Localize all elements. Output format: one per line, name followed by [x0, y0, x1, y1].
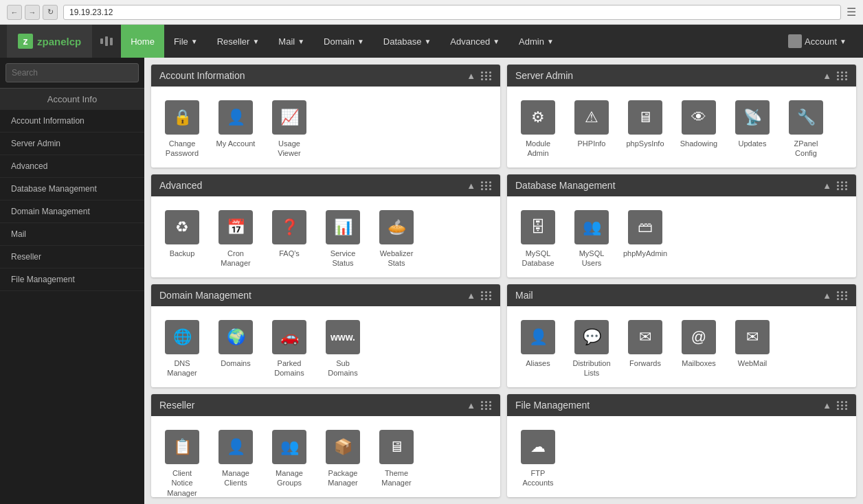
grid-icon[interactable] — [837, 291, 848, 300]
module-theme-manager[interactable]: 🖥 Theme Manager — [372, 427, 421, 497]
module-webmail[interactable]: ✉ WebMail — [728, 317, 776, 381]
grid-icon[interactable] — [481, 71, 492, 80]
sidebar-item-domain-mgmt[interactable]: Domain Management — [0, 201, 144, 223]
panel-server-admin-body: ⚙ Module Admin ⚠ PHPInfo 🖥 phpSysInfo 👁 … — [507, 87, 856, 168]
panel-domain-mgmt-controls[interactable]: ▲ — [467, 290, 492, 301]
at-icon: @ — [682, 320, 716, 354]
nav-advanced[interactable]: Advanced ▼ — [440, 25, 509, 58]
module-phpinfo[interactable]: ⚠ PHPInfo — [568, 98, 616, 161]
module-phpmyadmin[interactable]: 🗃 phpMyAdmin — [621, 207, 669, 271]
nav-reseller[interactable]: Reseller ▼ — [208, 25, 269, 58]
module-cron-manager[interactable]: 📅 Cron Manager — [212, 207, 260, 271]
browser-nav-controls[interactable]: ← → ↻ — [7, 5, 58, 20]
collapse-icon[interactable]: ▲ — [822, 181, 831, 191]
module-updates[interactable]: 📡 Updates — [728, 98, 776, 161]
grid-icon[interactable] — [837, 181, 848, 190]
collapse-icon[interactable]: ▲ — [822, 290, 831, 301]
main-layout: Account Info Account Information Server … — [0, 58, 863, 504]
module-mailboxes[interactable]: @ Mailboxes — [675, 317, 723, 381]
module-manage-groups[interactable]: 👥 Manage Groups — [265, 427, 313, 497]
search-input[interactable] — [5, 63, 139, 82]
sidebar-item-file-mgmt[interactable]: File Management — [0, 268, 144, 291]
theme-manager-label: Theme Manager — [375, 468, 418, 488]
module-parked-domains[interactable]: 🚗 Parked Domains — [265, 317, 313, 381]
panel-mail-title: Mail — [515, 290, 533, 301]
module-my-account[interactable]: 👤 My Account — [212, 98, 260, 161]
nav-home[interactable]: Home — [121, 25, 164, 58]
module-usage-viewer[interactable]: 📈 Usage Viewer — [265, 98, 313, 161]
refresh-button[interactable]: ↻ — [43, 5, 58, 20]
module-ftp-accounts[interactable]: ☁ FTP Accounts — [514, 427, 562, 491]
panel-file-mgmt-controls[interactable]: ▲ — [822, 400, 848, 411]
nav-database[interactable]: Database ▼ — [374, 25, 441, 58]
panel-account-info-controls[interactable]: ▲ — [467, 71, 492, 81]
module-domains[interactable]: 🌍 Domains — [212, 317, 260, 381]
module-dns-manager[interactable]: 🌐 DNS Manager — [158, 317, 206, 381]
grid-icon[interactable] — [481, 291, 492, 300]
sidebar-item-database-mgmt[interactable]: Database Management — [0, 178, 144, 201]
module-shadowing[interactable]: 👁 Shadowing — [675, 98, 723, 161]
sidebar-item-advanced[interactable]: Advanced — [0, 155, 144, 178]
collapse-icon[interactable]: ▲ — [467, 71, 475, 81]
module-zpanel-news[interactable]: 📰 ZPanel News — [514, 167, 562, 168]
sidebar: Account Info Account Information Server … — [0, 58, 144, 504]
nav-mail[interactable]: Mail ▼ — [269, 25, 314, 58]
panel-server-admin-controls[interactable]: ▲ — [822, 71, 848, 81]
panel-mail-controls[interactable]: ▲ — [822, 290, 848, 301]
nav-file-label: File — [174, 36, 188, 47]
users-icon: 👥 — [574, 210, 609, 244]
module-client-notice-manager[interactable]: 📋 Client Notice Manager — [158, 427, 206, 497]
backup-label: Backup — [170, 249, 195, 258]
grid-icon[interactable] — [837, 401, 848, 410]
grid-icon[interactable] — [481, 181, 492, 190]
collapse-icon[interactable]: ▲ — [467, 290, 475, 301]
module-aliases[interactable]: 👤 Aliases — [514, 317, 562, 381]
panel-advanced-controls[interactable]: ▲ — [467, 181, 492, 191]
module-phpsysinfo[interactable]: 🖥 phpSysInfo — [621, 98, 669, 161]
collapse-icon[interactable]: ▲ — [822, 71, 831, 81]
collapse-icon[interactable]: ▲ — [467, 181, 475, 191]
logo[interactable]: z zpanelcp — [7, 25, 92, 58]
module-service-status[interactable]: 📊 Service Status — [319, 207, 367, 271]
module-faqs[interactable]: ❓ FAQ's — [265, 207, 313, 271]
theme-icon: 🖥 — [379, 430, 414, 464]
chat-icon: 💬 — [574, 320, 609, 354]
panel-mail-header: Mail ▲ — [507, 284, 856, 306]
module-sub-domains[interactable]: www. Sub Domains — [319, 317, 367, 381]
sidebar-item-account-info[interactable]: Account Information — [0, 110, 144, 133]
module-zpanel-config[interactable]: 🔧 ZPanel Config — [782, 98, 830, 161]
collapse-icon[interactable]: ▲ — [822, 400, 831, 411]
grid-icon[interactable] — [837, 71, 848, 80]
sub-domains-label: Sub Domains — [322, 358, 364, 378]
module-module-admin[interactable]: ⚙ Module Admin — [514, 98, 562, 161]
globe-icon: 🌐 — [165, 320, 199, 354]
address-bar[interactable] — [63, 5, 841, 20]
module-forwards[interactable]: ✉ Forwards — [621, 317, 669, 381]
sidebar-item-server-admin[interactable]: Server Admin — [0, 133, 144, 155]
sidebar-item-reseller[interactable]: Reseller — [0, 246, 144, 268]
module-manage-clients[interactable]: 👤 Manage Clients — [212, 427, 260, 497]
nav-domain[interactable]: Domain ▼ — [314, 25, 374, 58]
module-admin-label: Module Admin — [517, 139, 559, 159]
service-status-label: Service Status — [322, 249, 364, 268]
module-change-password[interactable]: 🔒 Change Password — [158, 98, 206, 161]
module-mysql-users[interactable]: 👥 MySQL Users — [568, 207, 616, 271]
module-mysql-database[interactable]: 🗄 MySQL Database — [514, 207, 562, 271]
module-package-manager[interactable]: 📦 Package Manager — [319, 427, 367, 497]
notice-icon: 📋 — [165, 430, 199, 464]
grid-icon[interactable] — [481, 401, 492, 410]
logo-z-icon: z — [18, 34, 33, 49]
nav-account[interactable]: Account ▼ — [778, 25, 856, 58]
collapse-icon[interactable]: ▲ — [467, 400, 475, 411]
forward-button[interactable]: → — [25, 5, 40, 20]
module-webalizer-stats[interactable]: 🥧 Webalizer Stats — [372, 207, 421, 271]
panel-reseller-controls[interactable]: ▲ — [467, 400, 492, 411]
sidebar-item-mail[interactable]: Mail — [0, 223, 144, 246]
module-distribution-lists[interactable]: 💬 Distribution Lists — [568, 317, 616, 381]
module-backup[interactable]: ♻ Backup — [158, 207, 206, 271]
nav-admin[interactable]: Admin ▼ — [509, 25, 563, 58]
panel-database-mgmt-controls[interactable]: ▲ — [822, 181, 848, 191]
panel-reseller-header: Reseller ▲ — [151, 394, 500, 416]
nav-file[interactable]: File ▼ — [164, 25, 208, 58]
back-button[interactable]: ← — [7, 5, 22, 20]
